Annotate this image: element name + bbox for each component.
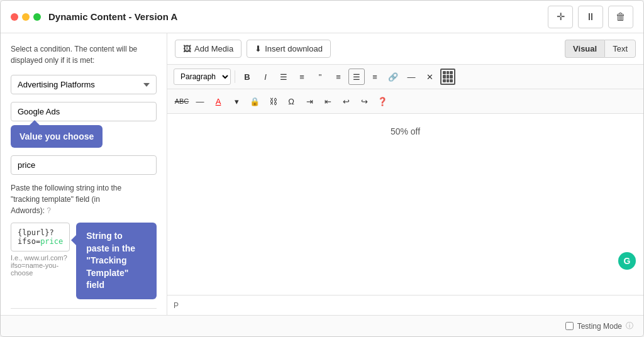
link-button[interactable]: 🔗 bbox=[385, 69, 401, 85]
add-media-icon: 🖼 bbox=[183, 44, 191, 53]
chain-button[interactable]: ⛓ bbox=[265, 93, 281, 109]
grid-button[interactable] bbox=[440, 69, 456, 85]
minimize-button[interactable] bbox=[22, 13, 30, 21]
add-icon[interactable]: ✛ bbox=[548, 6, 573, 28]
outdent-button[interactable]: ⇤ bbox=[319, 93, 336, 109]
left-panel: Select a condition. The content will be … bbox=[1, 33, 167, 315]
text-mode-button[interactable]: Text bbox=[604, 40, 636, 58]
bold-button[interactable]: B bbox=[239, 69, 255, 85]
hr-button[interactable]: — bbox=[403, 69, 419, 85]
align-left-button[interactable]: ≡ bbox=[330, 69, 347, 85]
ordered-list-button[interactable]: ≡ bbox=[294, 69, 310, 85]
footer: Testing Mode ⓘ bbox=[1, 315, 643, 336]
blockquote-button[interactable]: " bbox=[312, 69, 328, 85]
omega-button[interactable]: Ω bbox=[283, 93, 299, 109]
google-ads-input[interactable] bbox=[11, 102, 157, 121]
condition-dropdown[interactable]: Advertising Platforms bbox=[11, 75, 157, 94]
recurrence-row: ⊞ Recurrence (None) ⓘ bbox=[11, 308, 157, 315]
help-button[interactable]: ❓ bbox=[374, 93, 391, 109]
page-title: Dynamic Content - Version A bbox=[48, 11, 540, 22]
more-button[interactable]: ✕ bbox=[421, 69, 438, 85]
price-input[interactable] bbox=[11, 155, 157, 175]
indent-button[interactable]: ⇥ bbox=[301, 93, 318, 109]
main-layout: Select a condition. The content will be … bbox=[1, 33, 643, 315]
titlebar-actions: ✛ ⏸ 🗑 bbox=[548, 6, 633, 28]
visual-mode-button[interactable]: Visual bbox=[565, 40, 604, 58]
color-picker-arrow[interactable]: ▾ bbox=[228, 93, 245, 109]
align-center-button[interactable]: ☰ bbox=[348, 69, 365, 85]
font-color-button[interactable]: A bbox=[210, 93, 226, 109]
format-toolbar-row1: Paragraph B I ☰ ≡ " ≡ ☰ ≡ 🔗 — ✕ bbox=[167, 65, 643, 89]
italic-button[interactable]: I bbox=[257, 69, 274, 85]
testing-mode-checkbox[interactable] bbox=[565, 322, 574, 330]
view-mode-buttons: Visual Text bbox=[565, 40, 636, 58]
editor-bottom-bar: P bbox=[167, 295, 643, 315]
horizontal-rule-button[interactable]: — bbox=[192, 93, 208, 109]
grammarly-button[interactable]: G bbox=[618, 252, 636, 270]
close-button[interactable] bbox=[11, 13, 18, 21]
paragraph-label: P bbox=[174, 301, 179, 310]
add-media-button[interactable]: 🖼 Add Media bbox=[175, 40, 242, 58]
editor-text: 50% off bbox=[177, 126, 633, 136]
tooltip-row: {lpurl}?ifso=price I.e., www.url.com?ifs… bbox=[11, 223, 157, 299]
tracking-tooltip: String to paste in the "Tracking Templat… bbox=[76, 223, 157, 299]
code-block: {lpurl}?ifso=price I.e., www.url.com?ifs… bbox=[11, 223, 70, 277]
trash-icon[interactable]: 🗑 bbox=[608, 6, 633, 28]
titlebar: Dynamic Content - Version A ✛ ⏸ 🗑 bbox=[1, 1, 643, 33]
editor-top-bar: 🖼 Add Media ⬇ Insert download Visual Tex… bbox=[167, 33, 643, 65]
align-right-button[interactable]: ≡ bbox=[367, 69, 383, 85]
paragraph-select[interactable]: Paragraph bbox=[174, 69, 231, 85]
lock-button[interactable]: 🔒 bbox=[247, 93, 263, 109]
testing-mode-label: Testing Mode bbox=[577, 322, 622, 331]
code-display: {lpurl}?ifso=price bbox=[11, 223, 70, 251]
help-icon[interactable]: ? bbox=[47, 206, 51, 215]
format-toolbar-row2: ABC — A ▾ 🔒 ⛓ Ω ⇥ ⇤ ↩ ↪ ❓ bbox=[167, 89, 643, 114]
traffic-lights bbox=[11, 13, 41, 21]
maximize-button[interactable] bbox=[33, 13, 41, 21]
ie-hint: I.e., www.url.com?ifso=name-you-choose bbox=[11, 254, 70, 277]
testing-mode-row: Testing Mode ⓘ bbox=[565, 321, 633, 331]
paste-description: Paste the following string into the "tra… bbox=[11, 182, 157, 216]
redo-button[interactable]: ↪ bbox=[356, 93, 372, 109]
insert-download-icon: ⬇ bbox=[255, 44, 262, 53]
sep1 bbox=[235, 70, 235, 83]
pause-icon[interactable]: ⏸ bbox=[578, 6, 603, 28]
editor-content[interactable]: 50% off G bbox=[167, 114, 643, 295]
insert-download-button[interactable]: ⬇ Insert download bbox=[247, 40, 331, 58]
testing-mode-help-icon[interactable]: ⓘ bbox=[626, 321, 633, 331]
value-tooltip: Value you choose bbox=[11, 125, 103, 148]
right-panel: 🖼 Add Media ⬇ Insert download Visual Tex… bbox=[167, 33, 643, 315]
grid-icon bbox=[440, 69, 455, 85]
undo-button[interactable]: ↩ bbox=[338, 93, 354, 109]
unordered-list-button[interactable]: ☰ bbox=[275, 69, 292, 85]
app-window: Dynamic Content - Version A ✛ ⏸ 🗑 Select… bbox=[0, 0, 644, 337]
condition-description: Select a condition. The content will be … bbox=[11, 43, 157, 66]
strikethrough-button[interactable]: ABC bbox=[174, 93, 190, 109]
